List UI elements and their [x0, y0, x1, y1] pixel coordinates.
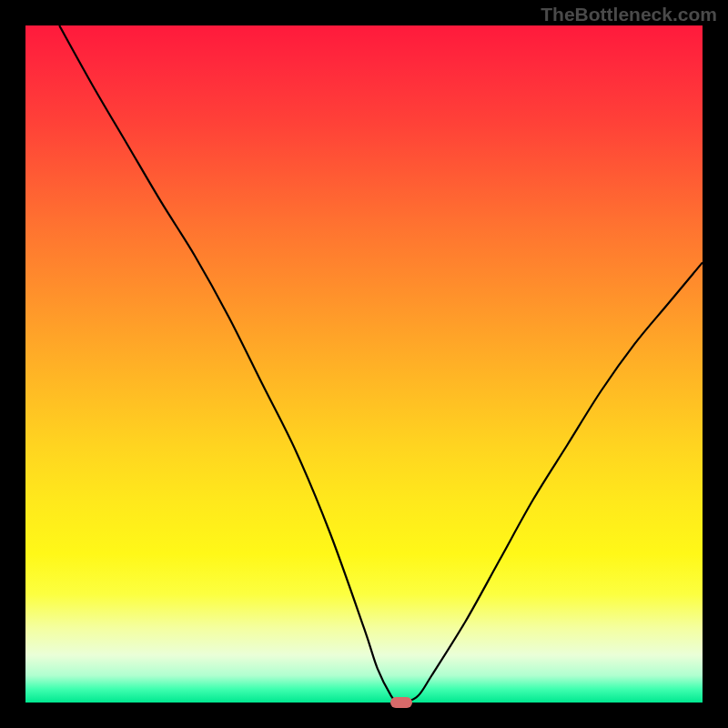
bottleneck-curve	[59, 25, 703, 703]
optimal-marker	[390, 697, 412, 708]
chart-container: TheBottleneck.com	[0, 0, 728, 728]
plot-area	[25, 25, 703, 703]
watermark-text: TheBottleneck.com	[541, 4, 717, 25]
curve-svg	[25, 25, 703, 703]
